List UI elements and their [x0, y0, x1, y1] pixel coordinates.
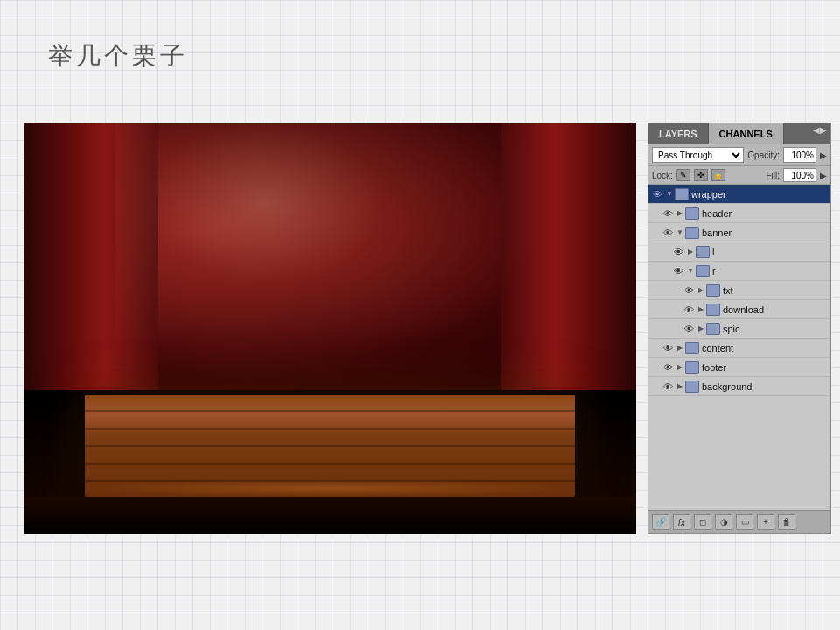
page-title: 举几个栗子 [48, 39, 188, 73]
opacity-arrow[interactable]: ▶ [820, 150, 827, 160]
folder-icon-wrapper [675, 188, 689, 200]
layer-name-r: r [712, 266, 829, 276]
layer-wrapper[interactable]: 👁 ▼ wrapper [648, 185, 830, 204]
layer-name-header: header [702, 208, 829, 219]
expand-content[interactable]: ▶ [675, 341, 685, 355]
layer-l[interactable]: 👁 ▶ l [648, 242, 830, 262]
opacity-label: Opacity: [747, 150, 780, 160]
eye-spic[interactable]: 👁 [682, 322, 696, 336]
lock-row: Lock: ✎ ✜ 🔒 Fill: ▶ [648, 166, 830, 185]
lock-all-btn[interactable]: 🔒 [711, 169, 725, 181]
fill-input[interactable] [783, 168, 816, 182]
blend-mode-select[interactable]: Pass Through [652, 147, 744, 163]
layer-name-txt: txt [723, 285, 829, 296]
folder-icon-background [685, 381, 699, 393]
eye-banner[interactable]: 👁 [661, 226, 675, 240]
expand-banner[interactable]: ▼ [675, 226, 685, 240]
folder-icon-download [706, 304, 720, 316]
stage-scene [24, 122, 636, 534]
layer-footer[interactable]: 👁 ▶ footer [648, 358, 830, 377]
folder-icon-r [696, 265, 710, 277]
layer-download[interactable]: 👁 ▶ download [648, 300, 830, 319]
eye-download[interactable]: 👁 [682, 303, 696, 317]
opacity-input[interactable] [783, 147, 816, 163]
fill-arrow[interactable]: ▶ [820, 171, 827, 180]
panel-tabs: LAYERS CHANNELS ◀▶ [648, 123, 830, 144]
folder-icon-spic [706, 323, 720, 335]
layer-spic[interactable]: 👁 ▶ spic [648, 319, 830, 339]
expand-download[interactable]: ▶ [696, 303, 706, 317]
new-layer-btn[interactable]: + [757, 514, 774, 530]
layer-txt[interactable]: 👁 ▶ txt [648, 281, 830, 300]
expand-l[interactable]: ▶ [685, 245, 696, 259]
layer-name-wrapper: wrapper [691, 189, 829, 200]
expand-spic[interactable]: ▶ [696, 322, 706, 336]
fill-label: Fill: [766, 171, 780, 180]
folder-icon-txt [706, 284, 720, 297]
layer-background[interactable]: 👁 ▶ background [648, 377, 830, 396]
eye-header[interactable]: 👁 [661, 206, 675, 220]
eye-wrapper[interactable]: 👁 [650, 187, 664, 201]
adjustment-btn[interactable]: ◑ [715, 514, 732, 530]
expand-txt[interactable]: ▶ [696, 284, 706, 298]
layer-name-footer: footer [702, 362, 829, 373]
layers-list[interactable]: 👁 ▼ wrapper 👁 ▶ header 👁 ▼ banner 👁 ▶ l [648, 185, 830, 510]
mask-btn[interactable]: ◻ [694, 514, 711, 530]
stage-floor [24, 349, 636, 535]
expand-r[interactable]: ▼ [685, 264, 696, 278]
canvas-area [24, 122, 636, 534]
floor-dark [24, 497, 636, 534]
eye-l[interactable]: 👁 [671, 245, 685, 259]
lock-pixels-btn[interactable]: ✎ [676, 169, 690, 181]
folder-icon-l [696, 246, 710, 258]
eye-background[interactable]: 👁 [661, 380, 675, 394]
expand-background[interactable]: ▶ [675, 380, 685, 394]
layer-banner[interactable]: 👁 ▼ banner [648, 223, 830, 242]
layer-r[interactable]: 👁 ▼ r [648, 262, 830, 281]
delete-layer-btn[interactable]: 🗑 [778, 514, 795, 530]
expand-header[interactable]: ▶ [675, 206, 685, 220]
layer-name-content: content [702, 343, 829, 354]
layer-name-l: l [712, 247, 829, 257]
layer-name-download: download [723, 304, 829, 315]
panel-toolbar: 🔗 fx ◻ ◑ ▭ + 🗑 [648, 510, 830, 533]
layers-panel: LAYERS CHANNELS ◀▶ Pass Through Opacity:… [648, 122, 831, 534]
eye-footer[interactable]: 👁 [661, 360, 675, 374]
layer-name-spic: spic [723, 324, 829, 334]
eye-r[interactable]: 👁 [671, 264, 685, 278]
tab-channels[interactable]: CHANNELS [709, 123, 784, 144]
eye-content[interactable]: 👁 [661, 341, 675, 355]
lock-position-btn[interactable]: ✜ [694, 169, 708, 181]
layer-name-background: background [702, 382, 829, 392]
layer-content[interactable]: 👁 ▶ content [648, 339, 830, 358]
layer-name-banner: banner [702, 228, 829, 238]
lock-label: Lock: [652, 171, 673, 180]
folder-icon-banner [685, 227, 699, 239]
link-layers-btn[interactable]: 🔗 [652, 514, 669, 530]
floor-glow [85, 480, 575, 497]
expand-footer[interactable]: ▶ [675, 360, 685, 374]
folder-icon-header [685, 207, 699, 220]
layer-header[interactable]: 👁 ▶ header [648, 204, 830, 223]
panel-collapse-arrow[interactable]: ◀▶ [813, 125, 827, 135]
expand-wrapper[interactable]: ▼ [664, 187, 675, 201]
tab-layers[interactable]: LAYERS [648, 123, 709, 144]
folder-icon-content [685, 342, 699, 354]
blend-mode-row: Pass Through Opacity: ▶ [648, 144, 830, 166]
group-btn[interactable]: ▭ [736, 514, 753, 530]
eye-txt[interactable]: 👁 [682, 284, 696, 298]
fx-btn[interactable]: fx [673, 514, 690, 530]
folder-icon-footer [685, 361, 699, 374]
